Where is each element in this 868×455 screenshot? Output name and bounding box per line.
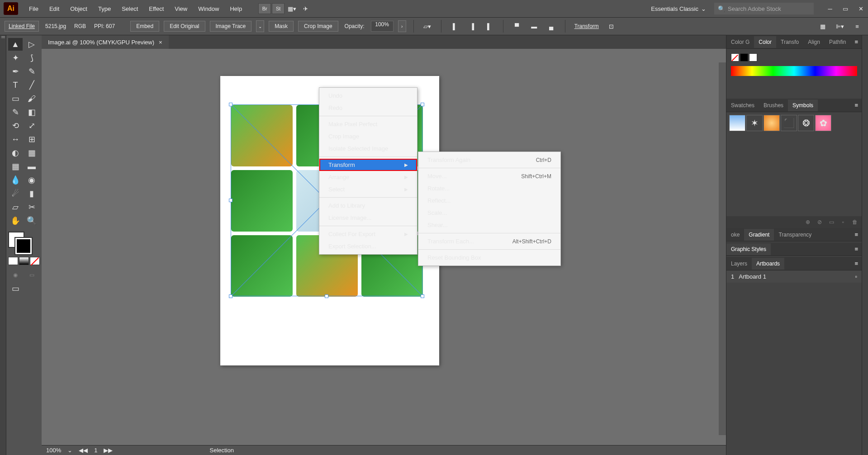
image-trace-button[interactable]: Image Trace <box>210 21 252 32</box>
submenu-item[interactable]: Reflect... <box>418 194 560 207</box>
edit-original-button[interactable]: Edit Original <box>164 21 205 32</box>
color-spectrum[interactable] <box>731 66 857 76</box>
gradient-tool[interactable]: ▬ <box>24 160 39 173</box>
symbol-sprayer-tool[interactable]: ☄ <box>8 187 23 200</box>
new-icon[interactable]: ▫ <box>839 218 847 226</box>
crop-image-button[interactable]: Crop Image <box>298 21 338 32</box>
panel-tab[interactable]: Align <box>803 36 825 48</box>
mesh-tool[interactable]: ▦ <box>8 160 23 173</box>
align-right-icon[interactable]: ▌ <box>483 21 496 32</box>
artboard-tool[interactable]: ▱ <box>8 201 23 213</box>
gpu-icon[interactable]: ✈ <box>299 3 312 14</box>
zoom-level[interactable]: 100% <box>46 447 61 454</box>
selection-handle[interactable] <box>229 294 232 298</box>
submenu-item[interactable]: Reset Bounding Box <box>418 251 560 264</box>
panel-tab[interactable]: Transfo <box>776 36 803 48</box>
options-icon[interactable]: ▭ <box>827 218 835 226</box>
close-button[interactable]: ✕ <box>857 5 864 12</box>
panel-tab[interactable]: Color <box>754 36 776 48</box>
graph-tool[interactable]: ▮ <box>24 187 39 200</box>
panel-menu-icon[interactable]: ≡ <box>851 246 862 252</box>
panel-tab[interactable]: Symbols <box>788 100 818 111</box>
document-tab[interactable]: Image.ai @ 100% (CMYK/GPU Preview) × <box>42 35 169 49</box>
line-tool[interactable]: ╱ <box>24 79 39 91</box>
slice-tool[interactable]: ✂ <box>24 201 39 213</box>
symbol-thumb[interactable] <box>764 115 780 131</box>
arrange-docs-icon[interactable]: ▦▾ <box>285 3 298 14</box>
white-swatch[interactable] <box>749 53 757 62</box>
close-tab-icon[interactable]: × <box>159 39 162 46</box>
align-center-icon[interactable]: ▐ <box>466 21 479 32</box>
menu-select[interactable]: Select <box>116 4 143 14</box>
zoom-dropdown-icon[interactable]: ⌄ <box>67 447 72 454</box>
opacity-dropdown[interactable]: › <box>398 20 406 32</box>
symbol-thumb[interactable]: ✶ <box>746 115 763 131</box>
none-mode-swatch[interactable] <box>30 257 40 265</box>
selection-handle[interactable] <box>421 294 424 298</box>
fill-stroke-swatch[interactable] <box>8 232 35 254</box>
selection-tool[interactable]: ▲ <box>8 38 23 51</box>
submenu-item[interactable]: Rotate... <box>418 182 560 194</box>
rotate-tool[interactable]: ⟲ <box>8 119 23 132</box>
menu-view[interactable]: View <box>169 4 193 14</box>
lasso-tool[interactable]: ⟆ <box>24 52 39 64</box>
doc-setup-icon[interactable]: ▱▾ <box>421 21 434 32</box>
type-tool[interactable]: T <box>8 79 23 91</box>
paintbrush-tool[interactable]: 🖌 <box>24 92 39 105</box>
stock-icon[interactable]: St <box>272 3 285 14</box>
symbol-thumb[interactable]: ❂ <box>798 115 814 131</box>
minimize-button[interactable]: ─ <box>826 5 834 12</box>
magic-wand-tool[interactable]: ✦ <box>8 52 23 64</box>
panel-menu-icon[interactable]: ≡ <box>851 102 862 109</box>
library-icon[interactable]: ⊕ <box>804 218 812 226</box>
vertical-scrollbar[interactable] <box>719 62 726 435</box>
panel-tab[interactable]: Artboards <box>752 258 784 270</box>
trash-icon[interactable]: 🗑 <box>851 218 859 226</box>
panel-tab[interactable]: Gradient <box>744 229 774 241</box>
menu-object[interactable]: Object <box>65 4 93 14</box>
stroke-swatch[interactable] <box>15 238 32 254</box>
color-mode-swatch[interactable] <box>8 257 18 265</box>
context-menu-item[interactable]: Crop Image <box>319 130 417 142</box>
panel-menu-icon[interactable]: ≡ <box>851 231 862 238</box>
pref-icon-1[interactable]: ▦ <box>816 21 829 32</box>
context-menu-item[interactable]: Select▶ <box>319 183 417 195</box>
align-bottom-icon[interactable]: ▄ <box>545 21 558 32</box>
submenu-item[interactable]: Shear... <box>418 219 560 231</box>
screen-mode-icon[interactable]: ▭ <box>8 282 23 295</box>
artboard-row[interactable]: 1 Artboard 1 ▫ <box>726 270 862 283</box>
symbol-thumb[interactable]: ⬛ <box>781 115 797 131</box>
panel-menu-icon[interactable]: ≡ <box>851 260 862 267</box>
pen-tool[interactable]: ✒ <box>8 65 23 78</box>
eyedropper-tool[interactable]: 💧 <box>8 174 23 186</box>
page-nav-prev[interactable]: ◀◀ <box>79 447 88 454</box>
image-trace-dropdown[interactable]: ⌄ <box>256 20 264 32</box>
align-left-icon[interactable]: ▌ <box>449 21 461 32</box>
shape-builder-tool[interactable]: ◐ <box>8 147 23 159</box>
artboard-options-icon[interactable]: ▫ <box>855 273 857 280</box>
panel-tab[interactable]: Brushes <box>759 100 788 111</box>
gradient-mode-swatch[interactable] <box>19 257 29 265</box>
width-tool[interactable]: ↔ <box>8 133 23 146</box>
black-swatch[interactable] <box>740 53 748 62</box>
hand-tool[interactable]: ✋ <box>8 214 23 227</box>
selection-handle[interactable] <box>229 103 232 106</box>
graphic-styles-tab[interactable]: Graphic Styles <box>726 243 771 255</box>
scale-tool[interactable]: ⤢ <box>24 119 39 132</box>
mask-button[interactable]: Mask <box>269 21 294 32</box>
shaper-tool[interactable]: ✎ <box>8 106 23 118</box>
context-menu-item[interactable]: Add to Library <box>319 199 417 212</box>
pref-icon-2[interactable]: ⊫▾ <box>834 21 846 32</box>
submenu-item[interactable]: Scale... <box>418 207 560 219</box>
selection-handle[interactable] <box>229 199 232 202</box>
draw-mode-icon[interactable]: ◉ <box>8 269 23 281</box>
bridge-icon[interactable]: Br <box>258 3 271 14</box>
submenu-item[interactable]: Transform Each...Alt+Shift+Ctrl+D <box>418 235 560 247</box>
draw-mode-icon-2[interactable]: ▭ <box>24 269 39 281</box>
menu-effect[interactable]: Effect <box>143 4 169 14</box>
symbol-thumb[interactable] <box>729 115 745 131</box>
context-menu-item[interactable]: Collect For Export▶ <box>319 228 417 240</box>
eraser-tool[interactable]: ◧ <box>24 106 39 118</box>
break-link-icon[interactable]: ⊘ <box>816 218 824 226</box>
submenu-item[interactable]: Transform AgainCtrl+D <box>418 154 560 166</box>
